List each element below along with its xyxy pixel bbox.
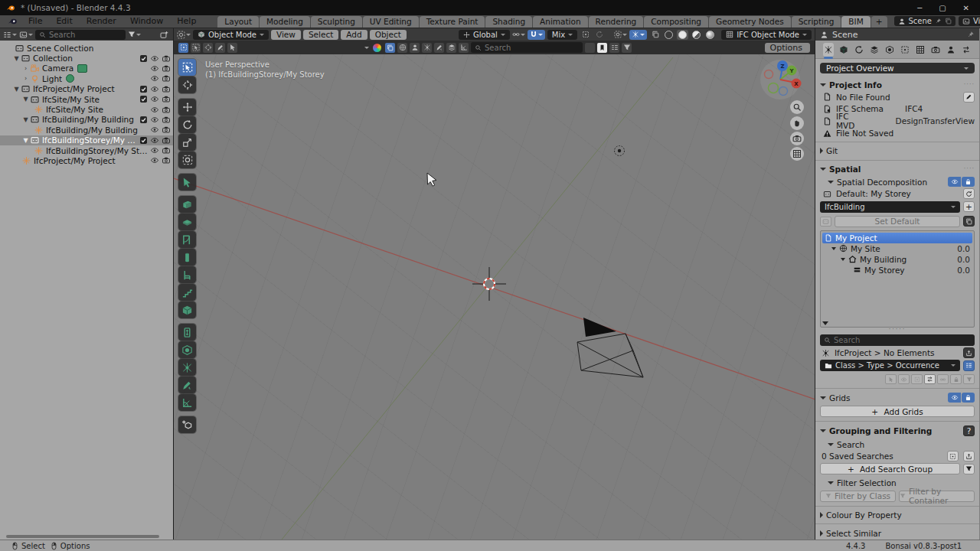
tab-shading[interactable]: Shading <box>485 16 532 28</box>
ifc-filter-people-icon[interactable] <box>410 43 420 53</box>
tree-resize-grip[interactable]: ····· <box>820 328 975 333</box>
cursor-tool[interactable] <box>178 77 196 93</box>
select-menu[interactable]: Select <box>303 30 338 40</box>
hide-eye-icon[interactable] <box>150 146 159 155</box>
light-object[interactable] <box>615 146 625 156</box>
spatial-search[interactable] <box>820 334 975 346</box>
hide-eye-icon[interactable] <box>150 74 159 83</box>
element-box-icon[interactable] <box>911 374 923 384</box>
cube-tool[interactable] <box>178 302 196 318</box>
filter-icon[interactable] <box>128 30 141 40</box>
spatial-row-my-building[interactable]: My Building 0.0 <box>822 254 972 265</box>
shading-rendered-icon[interactable] <box>704 30 716 40</box>
menu-window[interactable]: Window <box>124 15 169 27</box>
refresh-container-button[interactable] <box>963 188 975 199</box>
close-button[interactable]: ✕ <box>963 4 969 12</box>
select-mode-pick-icon[interactable] <box>227 43 237 53</box>
element-lock-icon[interactable] <box>950 374 962 384</box>
disable-render-icon[interactable] <box>162 64 171 73</box>
outliner-row-ifcbuildingstorey-collection[interactable]: ▼ IfcBuildingStorey/My Storey <box>0 135 173 145</box>
xray-toggle-icon[interactable] <box>649 30 661 40</box>
exclude-checkbox-icon[interactable] <box>139 95 148 103</box>
element-filter-dropdown[interactable]: Class > Type > Occurrence <box>820 360 960 371</box>
ifc-mode-dropdown[interactable]: IFC Object Mode <box>721 30 812 40</box>
project-overview-dropdown[interactable]: Project Overview <box>820 63 975 73</box>
spatial-row-my-storey[interactable]: My Storey 0.0 <box>822 265 972 276</box>
snap-magnet-icon[interactable] <box>528 30 545 40</box>
outliner-row-ifcproject-collection[interactable]: ▼ IfcProject/My Project <box>0 84 173 94</box>
project-info-panel-header[interactable]: Project Info···· <box>820 80 975 90</box>
exclude-checkbox-icon[interactable] <box>139 136 148 145</box>
measure-add-tool[interactable] <box>178 416 196 433</box>
element-link-icon[interactable] <box>937 374 949 384</box>
proportional-falloff-icon[interactable] <box>593 30 605 40</box>
disable-render-icon[interactable] <box>162 146 171 155</box>
tab-geometry-icon[interactable] <box>869 43 880 57</box>
structural-tool[interactable] <box>178 359 196 376</box>
camera-object[interactable] <box>577 318 643 377</box>
nav-gizmo[interactable]: Z Y X <box>760 60 802 99</box>
tab-sculpting[interactable]: Sculpting <box>311 16 362 28</box>
pin-icon[interactable] <box>967 31 975 38</box>
editor-type-icon[interactable] <box>3 30 17 40</box>
menu-edit[interactable]: Edit <box>50 15 78 27</box>
disable-render-icon[interactable] <box>162 136 171 145</box>
shading-wireframe-icon[interactable] <box>663 30 675 40</box>
new-collection-icon[interactable] <box>158 30 170 40</box>
spatial-panel-header[interactable]: Spatial···· <box>820 164 975 174</box>
slab-tool[interactable] <box>178 214 196 230</box>
proportional-editing-icon[interactable] <box>580 30 591 40</box>
menu-file[interactable]: File <box>22 15 48 27</box>
outliner-row-collection[interactable]: ▼ Collection <box>0 53 173 63</box>
export-search-button[interactable] <box>963 451 975 461</box>
filter-selection-header[interactable]: Filter Selection <box>820 478 975 487</box>
display-mode-icon[interactable] <box>19 30 33 40</box>
spatial-row-my-site[interactable]: My Site 0.0 <box>822 243 972 254</box>
select-mode-circle-icon[interactable] <box>203 43 213 53</box>
grids-panel-header[interactable]: Grids <box>820 393 975 403</box>
camera-view-button[interactable] <box>790 132 804 145</box>
options-button[interactable]: Options <box>765 43 810 53</box>
show-overlays-icon[interactable] <box>629 30 647 40</box>
spatial-row-my-project[interactable]: My Project <box>822 233 972 243</box>
snap-mode-dropdown[interactable]: Mix <box>547 30 577 40</box>
viewport-search[interactable] <box>471 42 583 53</box>
filter-by-class-button[interactable]: Filter by Class <box>820 491 896 502</box>
hide-eye-icon[interactable] <box>150 85 159 93</box>
bookmark-icon[interactable] <box>597 43 607 53</box>
outliner-row-ifcproject-object[interactable]: IfcProject/My Project <box>0 155 173 165</box>
editor-type-icon[interactable] <box>177 30 191 40</box>
transform-orientation-dropdown[interactable]: Global <box>459 30 510 40</box>
tab-bonsai-icon[interactable] <box>823 43 834 57</box>
color-wheel-icon[interactable] <box>371 43 383 53</box>
pin-icon[interactable] <box>935 18 942 24</box>
scene-selector[interactable]: Scene <box>894 16 956 26</box>
assign-container-button[interactable] <box>963 347 975 358</box>
element-filter-icon[interactable] <box>963 374 975 384</box>
tab-bim[interactable]: BIM <box>841 16 870 28</box>
blender-menu-icon[interactable] <box>8 16 18 26</box>
ifc-filter-paint-icon[interactable] <box>434 43 444 53</box>
explore-bim-tool[interactable] <box>178 174 196 191</box>
snap-target-icon[interactable] <box>512 30 525 40</box>
exclude-checkbox-icon[interactable] <box>139 85 148 93</box>
tab-selection-icon[interactable] <box>900 43 910 57</box>
hide-eye-icon[interactable] <box>150 126 159 134</box>
select-box-tool[interactable] <box>178 59 196 76</box>
lock-toggle[interactable] <box>962 177 975 187</box>
set-default-button[interactable]: Set Default <box>835 216 960 227</box>
view-layer-selector[interactable]: ViewLayer <box>959 16 980 26</box>
tab-rendering[interactable]: Rendering <box>589 16 644 28</box>
tab-material-icon[interactable] <box>884 43 895 57</box>
hide-eye-icon[interactable] <box>150 136 159 145</box>
element-reload-icon[interactable] <box>924 374 936 384</box>
isolate-container-button[interactable] <box>963 216 975 227</box>
element-eye-icon[interactable] <box>898 374 910 384</box>
furniture-tool[interactable] <box>178 266 196 283</box>
add-search-group-button[interactable]: + Add Search Group <box>820 463 960 474</box>
hide-eye-icon[interactable] <box>150 54 159 63</box>
outliner-row-ifcsite-collection[interactable]: ▼ IfcSite/My Site <box>0 94 173 104</box>
tab-animation[interactable]: Animation <box>533 16 588 28</box>
element-select-icon[interactable] <box>885 374 897 384</box>
hide-eye-icon[interactable] <box>150 156 159 165</box>
